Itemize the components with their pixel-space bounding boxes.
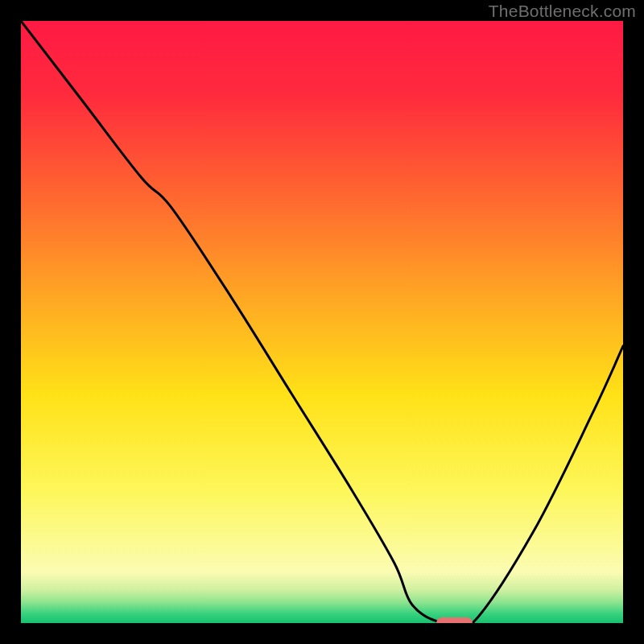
curve-layer (21, 21, 623, 623)
bottleneck-curve (21, 21, 623, 623)
optimal-range-marker (436, 617, 473, 623)
chart-frame: TheBottleneck.com (0, 0, 644, 644)
plot-area (21, 21, 623, 623)
watermark-text: TheBottleneck.com (489, 2, 636, 21)
